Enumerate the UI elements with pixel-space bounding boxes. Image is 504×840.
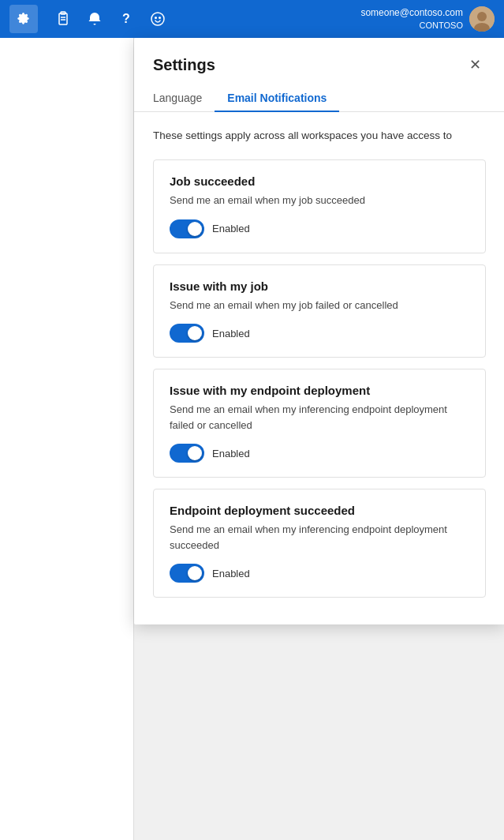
notif-desc-issue-endpoint: Send me an email when my inferencing end…	[170, 402, 469, 433]
content-area: Settings ✕ Language Email Notifications …	[0, 38, 504, 840]
toggle-endpoint-succeeded[interactable]	[170, 564, 204, 583]
notif-title-job-succeeded: Job succeeded	[170, 174, 469, 188]
emoji-icon[interactable]	[145, 6, 170, 32]
bell-icon[interactable]	[82, 6, 107, 32]
svg-point-4	[151, 13, 164, 25]
notif-card-job-succeeded: Job succeeded Send me an email when my j…	[153, 159, 486, 253]
tab-language[interactable]: Language	[153, 85, 215, 112]
toggle-job-succeeded[interactable]	[170, 219, 204, 238]
topbar-left: ?	[9, 5, 170, 33]
toggle-row-endpoint-succeeded: Enabled	[170, 564, 469, 583]
notif-desc-endpoint-succeeded: Send me an email when my inferencing end…	[170, 522, 469, 553]
toggle-row-issue-endpoint: Enabled	[170, 444, 469, 463]
settings-body: These settings apply across all workspac…	[134, 112, 504, 624]
settings-header: Settings ✕	[134, 38, 504, 76]
sidebar	[0, 38, 134, 840]
toggle-row-job-succeeded: Enabled	[170, 219, 469, 238]
notif-desc-issue-job: Send me an email when my job failed or c…	[170, 298, 469, 313]
user-email: someone@contoso.com	[360, 6, 463, 20]
notif-title-issue-endpoint: Issue with my endpoint deployment	[170, 384, 469, 397]
svg-point-5	[155, 17, 157, 19]
notif-card-endpoint-succeeded: Endpoint deployment succeeded Send me an…	[153, 489, 486, 598]
top-navbar: ? someone@contoso.com CONTOSO	[0, 0, 504, 38]
notif-desc-job-succeeded: Send me an email when my job succeeded	[170, 193, 469, 208]
settings-panel: Settings ✕ Language Email Notifications …	[134, 38, 504, 624]
topbar-right: someone@contoso.com CONTOSO	[360, 6, 495, 32]
svg-point-8	[477, 12, 487, 21]
settings-title: Settings	[153, 56, 215, 74]
clipboard-icon[interactable]	[50, 6, 76, 32]
gear-icon[interactable]	[9, 5, 38, 33]
toggle-issue-job[interactable]	[170, 324, 204, 343]
user-info: someone@contoso.com CONTOSO	[360, 6, 463, 32]
notif-card-issue-endpoint: Issue with my endpoint deployment Send m…	[153, 369, 486, 478]
topbar-icons: ?	[50, 6, 170, 32]
notif-card-issue-job: Issue with my job Send me an email when …	[153, 264, 486, 358]
svg-rect-0	[59, 13, 67, 24]
toggle-label-issue-endpoint: Enabled	[212, 448, 250, 459]
svg-point-6	[159, 17, 161, 19]
close-button[interactable]: ✕	[464, 54, 486, 76]
toggle-label-issue-job: Enabled	[212, 328, 250, 339]
toggle-issue-endpoint[interactable]	[170, 444, 204, 463]
notif-title-issue-job: Issue with my job	[170, 279, 469, 293]
settings-tabs: Language Email Notifications	[134, 85, 504, 112]
toggle-label-job-succeeded: Enabled	[212, 223, 250, 234]
tab-email-notifications[interactable]: Email Notifications	[215, 85, 339, 112]
help-icon[interactable]: ?	[114, 6, 139, 32]
toggle-row-issue-job: Enabled	[170, 324, 469, 343]
close-icon: ✕	[469, 56, 481, 73]
settings-description: These settings apply across all workspac…	[153, 128, 486, 144]
avatar[interactable]	[469, 6, 495, 32]
user-org: CONTOSO	[360, 20, 463, 32]
toggle-label-endpoint-succeeded: Enabled	[212, 568, 250, 579]
notif-title-endpoint-succeeded: Endpoint deployment succeeded	[170, 504, 469, 517]
